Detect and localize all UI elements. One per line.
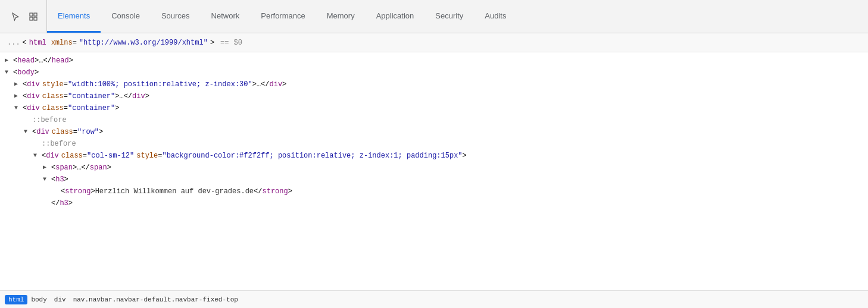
breadcrumb-body[interactable]: body [27,295,50,304]
triangle-span[interactable] [43,162,51,174]
svg-rect-3 [34,17,37,20]
selected-element-close: > [210,39,214,47]
selected-element-ellipsis: ... [7,39,20,47]
tab-security[interactable]: Security [424,0,474,33]
triangle-body[interactable] [5,67,13,78]
dom-line-col[interactable]: <div class="col-sm-12" style="background… [0,150,868,162]
tab-elements[interactable]: Elements [47,0,101,33]
triangle-head[interactable] [5,55,13,67]
breadcrumb-bar: html body div nav.navbar.navbar-default.… [0,290,868,308]
triangle-col[interactable] [33,150,42,162]
dom-line-div1[interactable]: <div style="width:100%; position:relativ… [0,78,868,90]
devtools-toolbar: Elements Console Sources Network Perform… [0,0,868,33]
inspect-icon-button[interactable] [25,8,42,25]
cursor-icon-button[interactable] [7,8,24,25]
svg-rect-2 [30,17,33,20]
tab-sources[interactable]: Sources [151,0,201,33]
selected-element-equals: == [220,39,229,47]
breadcrumb-nav[interactable]: nav.navbar.navbar-default.navbar-fixed-t… [70,295,242,304]
dom-line-h3-close[interactable]: </h3> [0,197,868,209]
tab-audits[interactable]: Audits [474,0,517,33]
selected-element-tag: html [29,39,46,47]
dom-line-before2[interactable]: ::before [0,138,868,150]
selected-element-attr-name: xmlns= [51,39,77,47]
triangle-div1[interactable] [14,78,23,90]
selected-element-open: < [23,39,27,47]
selected-element-attr-value: "http://www.w3.org/1999/xhtml" [79,39,208,47]
breadcrumb-html[interactable]: html [5,295,27,304]
selected-element-bar: ... < html xmlns= "http://www.w3.org/199… [0,33,868,52]
dom-line-row[interactable]: <div class="row" > [0,126,868,138]
svg-rect-1 [34,13,37,16]
breadcrumb-div[interactable]: div [51,295,70,304]
tab-application[interactable]: Application [366,0,425,33]
dom-line-before1[interactable]: ::before [0,114,868,126]
tab-memory[interactable]: Memory [316,0,366,33]
dom-line-strong[interactable]: <strong>Herzlich Willkommen auf dev-grad… [0,186,868,197]
dom-line-container1[interactable]: <div class="container" >…</div> [0,90,868,102]
triangle-h3[interactable] [43,174,51,186]
dom-line-container2[interactable]: <div class="container" > [0,102,868,114]
tab-performance[interactable]: Performance [250,0,316,33]
tab-console[interactable]: Console [101,0,151,33]
dom-panel[interactable]: <head>…</head> <body> <div style="width:… [0,52,868,290]
dom-line-h3[interactable]: <h3> [0,174,868,186]
dom-line-span[interactable]: <span>…</span> [0,162,868,174]
triangle-container1[interactable] [14,90,23,102]
triangle-container2[interactable] [14,102,23,114]
dom-line-body[interactable]: <body> [0,67,868,78]
triangle-row[interactable] [24,126,32,138]
svg-rect-0 [30,13,33,16]
toolbar-icons [2,0,47,33]
tabs-container: Elements Console Sources Network Perform… [47,0,866,33]
selected-element-dollar: $0 [234,39,242,47]
tab-network[interactable]: Network [201,0,251,33]
dom-line-head[interactable]: <head>…</head> [0,55,868,67]
